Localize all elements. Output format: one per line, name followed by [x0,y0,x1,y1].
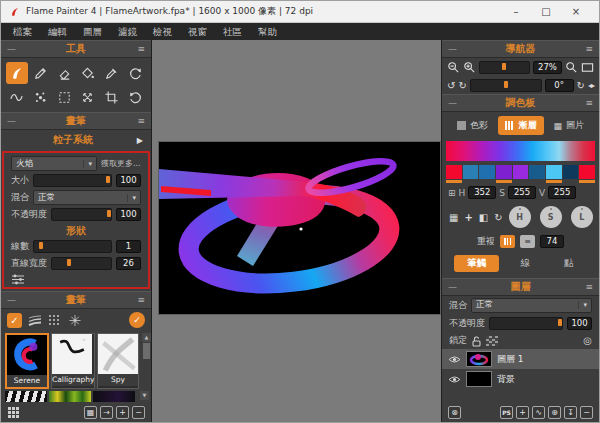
layer-row-2[interactable]: 背景 [442,369,599,389]
filter-check-button[interactable]: ✓ [7,313,22,328]
line-width-value[interactable]: 26 [116,257,141,270]
v-value[interactable]: 255 [548,186,576,199]
stamp-grid-icon[interactable] [48,314,62,326]
tool-fill-button[interactable] [77,62,99,84]
remove-brush-button[interactable]: − [132,406,145,419]
maximize-button[interactable]: □ [531,6,561,17]
layer-opacity-slider[interactable] [489,317,563,330]
collapse-icon[interactable]: — [448,98,460,108]
brush-tile-calligraphy[interactable]: Calligraphy [51,333,95,389]
collapse-icon[interactable]: — [448,282,460,292]
opacity-value[interactable]: 100 [116,208,141,221]
rotation-slider[interactable] [470,79,542,92]
layer-blend-dropdown[interactable]: 正常 ▾ [471,298,592,313]
collapse-icon[interactable]: — [7,295,19,305]
repeat-bars-toggle[interactable] [500,235,515,248]
blend-dropdown[interactable]: 正常 ▾ [33,190,141,205]
tool-transform-button[interactable] [77,86,99,108]
swatch[interactable] [529,165,545,183]
panel-menu-icon[interactable]: ≡ [133,44,145,54]
menu-edit[interactable]: 編輯 [40,24,75,41]
loop-icon[interactable]: ↻ [494,212,502,223]
fit-screen-icon[interactable] [581,62,594,73]
eye-icon[interactable] [448,355,461,364]
zoom-in-icon[interactable] [463,61,476,74]
swatch[interactable] [479,165,495,183]
swatch[interactable] [463,165,479,183]
lines-slider[interactable] [33,240,112,253]
tab-gradient[interactable]: 漸層 [498,116,544,135]
workspace[interactable] [152,40,442,422]
scrollbar-thumb[interactable] [143,343,150,359]
size-slider[interactable] [33,174,112,187]
collapse-icon[interactable]: — [7,44,19,54]
tool-select-button[interactable] [53,86,75,108]
tool-pencil-button[interactable] [30,62,52,84]
repeat-value[interactable]: 74 [540,235,564,248]
delete-all-icon[interactable]: ⊗ [448,406,461,419]
swatch[interactable] [513,165,529,183]
zoom-out-icon[interactable] [447,61,460,74]
brush-mode-badge[interactable]: ✓ [129,312,145,328]
import-export-icon[interactable]: → [100,406,113,419]
opacity-slider[interactable] [51,208,112,221]
advanced-settings-icon[interactable] [11,274,25,285]
scroll-up-icon[interactable]: ▲ [142,333,151,342]
grid-view-icon[interactable] [7,406,20,419]
lock-transparency-icon[interactable] [486,336,498,346]
h-value[interactable]: 352 [468,186,496,199]
flip-horizontal-icon[interactable]: ◂▸ [588,81,594,90]
duplicate-layer-button[interactable]: ⊕ [548,406,561,419]
contrast-icon[interactable]: ◧ [479,212,488,223]
swatch[interactable] [496,165,512,183]
menu-file[interactable]: 檔案 [5,24,40,41]
panel-menu-icon[interactable]: ≡ [133,295,145,305]
thumbnail-size-icon[interactable]: ▦ [84,406,97,419]
panel-menu-icon[interactable]: ≡ [133,116,145,126]
repeat-lines-toggle[interactable]: ≡ [520,235,535,248]
tab-color[interactable]: 色彩 [450,116,495,135]
mode-dot[interactable]: 點 [551,255,587,272]
eye-icon[interactable] [448,375,461,384]
remove-layer-button[interactable]: − [580,406,593,419]
saturation-knob[interactable]: S [540,206,562,228]
zoom-slider[interactable] [479,61,530,74]
lock-open-icon[interactable] [471,335,482,347]
grid-icon[interactable]: ▦ [449,212,458,223]
panel-menu-icon[interactable]: ≡ [581,44,593,54]
hue-knob[interactable]: H [509,206,531,228]
s-value[interactable]: 255 [508,186,536,199]
panel-menu-icon[interactable]: ≡ [581,282,593,292]
tool-crop-button[interactable] [101,86,123,108]
crosshair-icon[interactable]: + [464,212,472,223]
line-width-slider[interactable] [51,257,112,270]
brush-thumbnail[interactable] [5,391,47,402]
mode-line[interactable]: 線 [507,255,543,272]
scroll-down-icon[interactable]: ▼ [140,391,149,400]
get-more-link[interactable]: 獲取更多... [101,158,141,169]
close-button[interactable]: × [561,6,591,17]
lines-value[interactable]: 1 [116,240,141,253]
numpad-icon[interactable]: ⊞ [448,188,456,198]
tool-wave-button[interactable] [6,86,28,108]
tool-particles-button[interactable] [30,86,52,108]
gradient-strip[interactable] [446,141,595,161]
brush-tile-serene[interactable]: Serene [5,333,49,389]
minimize-button[interactable]: – [501,6,531,17]
brush-tile-spy[interactable]: Spy [97,333,139,389]
magnifier-icon[interactable] [565,61,578,74]
collapse-icon[interactable]: — [7,116,19,126]
menu-window[interactable]: 視窗 [180,24,215,41]
menu-view[interactable]: 檢視 [145,24,180,41]
menu-filter[interactable]: 濾鏡 [110,24,145,41]
lightness-knob[interactable]: L [571,206,593,228]
particle-system-row[interactable]: 粒子系統 ▶ [1,130,151,150]
tool-eyedropper-button[interactable] [101,62,123,84]
rotate-ccw-icon[interactable]: ↺ [447,80,455,91]
add-layer-button[interactable]: + [516,406,529,419]
preset-dropdown[interactable]: 火焰 ▾ [11,156,97,171]
photoshop-export-icon[interactable]: PS [500,406,513,419]
add-vector-layer-button[interactable]: ∿ [532,406,545,419]
swatch[interactable] [546,165,562,183]
swatch[interactable] [563,165,579,183]
